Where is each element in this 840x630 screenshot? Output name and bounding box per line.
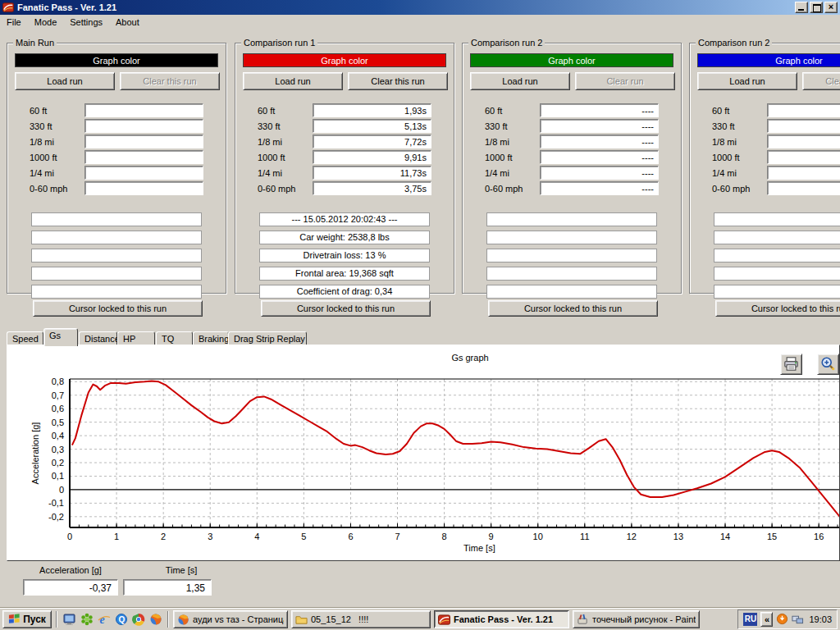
run-info-field: [486, 267, 657, 281]
tab-gs[interactable]: Gs: [43, 328, 78, 346]
metric-value-1-4-mi: [84, 166, 203, 180]
minimize-button[interactable]: [795, 2, 808, 13]
tab-drag-strip-replay[interactable]: Drag Strip Replay: [228, 331, 307, 345]
svg-text:0,7: 0,7: [52, 390, 64, 400]
clear-run-button[interactable]: Clear this run: [802, 72, 840, 90]
taskbar: Пуск eQ ауди vs таз - Страница...05_15_1…: [0, 608, 840, 630]
task-buttons: ауди vs таз - Страница...05_15_12 !!!!Fa…: [173, 610, 700, 628]
window-title: Fanatic Pass - Ver. 1.21: [17, 2, 116, 12]
quick-launch-bar: eQ: [62, 612, 163, 628]
clear-run-button[interactable]: Clear this run: [120, 72, 220, 90]
menu-settings[interactable]: Settings: [63, 15, 109, 30]
load-run-button[interactable]: Load run: [15, 72, 115, 90]
taskbar-task-vs[interactable]: ауди vs таз - Страница...: [173, 610, 288, 628]
run-info-field: [714, 267, 840, 281]
metric-label-1-8-mi: 1/8 mi: [30, 137, 54, 147]
menu-mode[interactable]: Mode: [28, 15, 64, 30]
svg-text:-0,2: -0,2: [48, 512, 64, 522]
metric-value-1-8-mi: ----: [540, 135, 659, 148]
clear-run-button[interactable]: Clear run: [575, 72, 675, 90]
fanatic-pass-icon: [438, 614, 450, 626]
metric-label-0-60-mph: 0-60 mph: [30, 184, 67, 194]
internet-explorer-icon[interactable]: e: [96, 612, 112, 628]
metric-label-1-4-mi: 1/4 mi: [30, 168, 54, 178]
tab-hp[interactable]: HP: [117, 331, 155, 345]
metric-value-1000-ft: 9,91s: [313, 150, 431, 164]
metric-label-0-60-mph: 0-60 mph: [712, 184, 750, 194]
svg-text:Acceleration [g]: Acceleration [g]: [30, 422, 40, 485]
task-label: 05_15_12 !!!!: [311, 614, 427, 624]
graph-color-button[interactable]: Graph color: [243, 53, 446, 67]
metric-label-1000-ft: 1000 ft: [485, 153, 513, 162]
taskbar-task-paint[interactable]: точечный рисунок - Paint: [573, 610, 700, 628]
svg-text:2: 2: [161, 532, 166, 541]
taskbar-task-05-15-12[interactable]: 05_15_12 !!!!: [291, 610, 431, 628]
show-desktop-icon[interactable]: [62, 612, 77, 628]
menu-file[interactable]: File: [0, 15, 28, 30]
cursor-lock-button-run1[interactable]: Cursor locked to this run: [261, 300, 431, 317]
taskbar-separator: [56, 611, 57, 628]
run-info-field: [486, 231, 657, 244]
qip-icon[interactable]: Q: [113, 612, 129, 628]
maximize-icon: [813, 4, 821, 12]
minimize-icon: [798, 9, 804, 11]
icq-icon[interactable]: [79, 612, 94, 628]
maximize-button[interactable]: [810, 2, 823, 13]
graph-color-button[interactable]: Graph color: [470, 53, 673, 67]
menu-about[interactable]: About: [109, 15, 146, 30]
svg-text:0,6: 0,6: [52, 404, 64, 413]
metric-label-1-4-mi: 1/4 mi: [485, 168, 509, 178]
close-button[interactable]: ×: [824, 2, 838, 13]
svg-text:0: 0: [67, 532, 72, 541]
tab-tq[interactable]: TQ: [156, 331, 193, 345]
svg-text:12: 12: [627, 532, 637, 541]
metric-value-0-60-mph: [84, 181, 203, 195]
taskbar-separator: [167, 611, 169, 628]
network-tray-icon[interactable]: [792, 613, 804, 627]
chrome-icon[interactable]: [130, 612, 146, 628]
metric-value-1-4-mi: [767, 166, 840, 180]
tray-expand-button[interactable]: «: [760, 612, 773, 627]
metric-label-60-ft: 60 ft: [258, 106, 275, 116]
svg-text:Time [s]: Time [s]: [463, 543, 495, 553]
load-run-button[interactable]: Load run: [697, 72, 797, 90]
graph-color-button[interactable]: Graph color: [697, 53, 840, 67]
clear-run-button[interactable]: Clear this run: [348, 72, 448, 90]
cursor-lock-button-main[interactable]: Cursor locked to this run: [33, 300, 203, 317]
tab-distance[interactable]: Distance: [79, 331, 117, 345]
load-run-button[interactable]: Load run: [243, 72, 343, 90]
svg-text:14: 14: [720, 532, 730, 541]
download-manager-tray-icon[interactable]: [776, 613, 788, 627]
cursor-lock-button-run2[interactable]: Cursor locked to this run: [488, 300, 658, 317]
cursor-lock-button-run3[interactable]: Cursor locked to this run: [715, 300, 840, 317]
metric-value-1-4-mi: ----: [540, 166, 659, 180]
metric-label-1000-ft: 1000 ft: [30, 153, 57, 162]
firefox-icon[interactable]: [148, 612, 163, 628]
task-label: точечный рисунок - Paint: [592, 614, 696, 624]
metric-value-1000-ft: ----: [540, 150, 659, 164]
taskbar-task-fanatic-pass-ver-1-21[interactable]: Fanatic Pass - Ver. 1.21: [434, 610, 569, 628]
metric-value-60-ft: 1,93s: [313, 103, 431, 117]
panel-comparison-run-2: Comparison run 2 Graph color Load run Cl…: [462, 43, 682, 294]
zoom-in-button[interactable]: [817, 354, 839, 375]
svg-text:3: 3: [208, 532, 212, 541]
graph-color-button[interactable]: Graph color: [15, 53, 218, 67]
clock: 19:03: [807, 614, 833, 624]
run-info-field: [486, 249, 657, 262]
svg-text:0,4: 0,4: [52, 431, 64, 441]
svg-text:15: 15: [767, 532, 777, 541]
metric-label-0-60-mph: 0-60 mph: [485, 184, 523, 194]
load-run-button[interactable]: Load run: [470, 72, 570, 90]
start-button[interactable]: Пуск: [2, 610, 52, 628]
metric-value-60-ft: [84, 103, 203, 117]
language-indicator[interactable]: RU: [743, 613, 757, 626]
svg-text:1: 1: [114, 532, 119, 541]
tab-braking[interactable]: Braking: [193, 331, 229, 345]
run-info-field: [31, 249, 202, 262]
metric-label-330-ft: 330 ft: [258, 121, 281, 131]
print-button[interactable]: [780, 354, 802, 375]
task-label: ауди vs таз - Страница...: [193, 614, 284, 624]
tab-speed[interactable]: Speed: [7, 331, 43, 345]
metric-label-1-4-mi: 1/4 mi: [712, 168, 737, 178]
firefox-icon: [177, 614, 189, 626]
